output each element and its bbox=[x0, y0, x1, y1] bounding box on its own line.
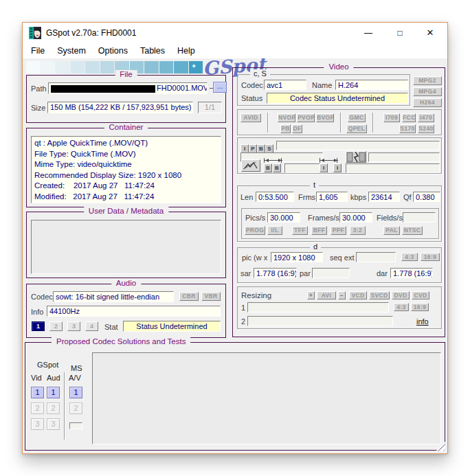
il-badge: I/L bbox=[267, 226, 282, 235]
userdata-group: User Data / Metadata bbox=[26, 212, 226, 278]
audio-codec-field: sowt: 16-bit signed little-endian bbox=[53, 291, 174, 302]
qpel-badge: QPEL bbox=[346, 124, 367, 133]
redacted-path bbox=[51, 85, 155, 93]
d-43-badge: 4:3 bbox=[401, 253, 418, 261]
gspot-aud-test-3-button[interactable]: 3 bbox=[47, 418, 60, 430]
pal-badge: PAL bbox=[383, 226, 400, 235]
ms-av-test-2-button[interactable]: 2 bbox=[69, 403, 82, 414]
par-field bbox=[312, 268, 350, 278]
test-results-box bbox=[92, 352, 441, 444]
frames-label: Frames/s bbox=[308, 214, 339, 222]
rate-box: Pics/s 30.000 Frames/s 30.000 Fields/s P… bbox=[241, 208, 439, 239]
browse-button[interactable]: ... bbox=[213, 82, 227, 93]
info-link[interactable]: info bbox=[416, 317, 429, 326]
audio-group-label: Audio bbox=[111, 279, 141, 287]
len-label: Len bbox=[240, 193, 253, 201]
nvop-badge: NVOP bbox=[278, 113, 295, 122]
resize-vcd-button[interactable]: VCD bbox=[349, 291, 367, 299]
resize-43-button[interactable]: 4:3 bbox=[394, 303, 409, 311]
gspot-aud-test-2-button[interactable]: 2 bbox=[47, 403, 60, 414]
i-spacing-button: I bbox=[320, 163, 328, 172]
page-indicator: 1/1 bbox=[198, 102, 222, 113]
resize-row1-field bbox=[247, 302, 389, 313]
h264-badge: H264 bbox=[413, 98, 442, 107]
gspot-vid-test-1-button[interactable]: 1 bbox=[31, 387, 44, 398]
b-spacing-button-2: B bbox=[273, 163, 281, 172]
audio-group: Audio Codec sowt: 16-bit signed little-e… bbox=[26, 284, 226, 338]
audio-codec-label: Codec bbox=[31, 293, 53, 301]
vid-column-header: Vid bbox=[31, 374, 42, 382]
codec-status-box: c, S Codec avc1 Name H.264 Status Codec … bbox=[237, 74, 410, 106]
audio-track-3-button[interactable]: 3 bbox=[67, 321, 80, 331]
video-status-label: Status bbox=[241, 94, 262, 102]
kbps-field: 23614 bbox=[368, 192, 400, 202]
bvop-badge: BVOP bbox=[316, 113, 334, 122]
flag-divider bbox=[267, 113, 268, 133]
dimensions-box: d pic (w x 1920 x 1080 seq ext 4:3 16:9 … bbox=[237, 247, 442, 283]
prog-badge: PROG bbox=[245, 226, 265, 235]
av-column-header: A/V bbox=[69, 374, 81, 382]
len-field: 0:53.500 bbox=[256, 192, 294, 202]
qf-label: Qf bbox=[403, 193, 412, 201]
gmc-badge: GMC bbox=[348, 113, 366, 122]
resize-svcd-button[interactable]: SVCD bbox=[369, 291, 390, 299]
menu-bar: File System Options Tables Help bbox=[23, 43, 447, 58]
avid-badge: AVID bbox=[240, 113, 261, 122]
s240-badge: S240 bbox=[418, 124, 434, 133]
video-status-field: Codec Status Undetermined bbox=[267, 93, 408, 104]
file-group: File Path FHD0001.MOV ... Size 150 MB (1… bbox=[26, 75, 226, 123]
resize-plus-button[interactable]: + bbox=[307, 291, 315, 299]
path-label: Path bbox=[31, 84, 47, 93]
sar-label: sar bbox=[240, 269, 251, 277]
resize-avi-button[interactable]: AVI bbox=[317, 291, 336, 299]
audio-track-4-button[interactable]: 4 bbox=[85, 321, 98, 331]
frame-field-3 bbox=[368, 152, 440, 162]
audio-track-1-button[interactable]: 1 bbox=[32, 321, 45, 331]
s170-badge: S170 bbox=[399, 124, 416, 133]
ms-column-header: MS bbox=[71, 364, 82, 372]
close-button[interactable]: ✕ bbox=[418, 23, 442, 43]
b-spacing-button: B bbox=[264, 163, 272, 172]
menu-system[interactable]: System bbox=[51, 45, 92, 57]
minimize-button[interactable]: — bbox=[357, 23, 380, 43]
dar-label: dar bbox=[377, 269, 388, 277]
path-field[interactable]: FHD0001.MOV bbox=[48, 82, 208, 94]
app-window: GSpot v2.70a: FHD0001 — □ ✕ File System … bbox=[22, 22, 448, 454]
gspot-column-header: GSpot bbox=[37, 361, 58, 369]
ppf-badge: PPF bbox=[331, 226, 346, 235]
cbr-badge: CBR bbox=[179, 292, 199, 301]
resize-dvd-button[interactable]: DVD bbox=[392, 291, 410, 299]
menu-tables[interactable]: Tables bbox=[134, 45, 171, 57]
df-badge: DF bbox=[292, 124, 302, 133]
menu-help[interactable]: Help bbox=[171, 45, 201, 57]
gspot-vid-test-3-button[interactable]: 3 bbox=[31, 418, 44, 430]
resize-cvd-button[interactable]: CVD bbox=[412, 291, 429, 299]
flag-divider bbox=[372, 113, 373, 133]
userdata-group-label: User Data / Metadata bbox=[84, 207, 168, 215]
fcc-badge: FCC bbox=[402, 113, 416, 122]
seqext-label: seq ext bbox=[330, 253, 354, 262]
resize-169-button[interactable]: 16:9 bbox=[411, 303, 429, 311]
video-name-label: Name bbox=[312, 81, 332, 89]
container-group: Container qt : Apple QuickTime (.MOV/QT)… bbox=[26, 128, 226, 207]
menu-options[interactable]: Options bbox=[92, 45, 134, 57]
size-label: Size bbox=[31, 104, 45, 112]
star-icon bbox=[189, 61, 203, 73]
audio-info-label: Info bbox=[31, 308, 43, 316]
audio-track-2-button[interactable]: 2 bbox=[49, 321, 63, 331]
window-title: GSpot v2.70a: FHD0001 bbox=[46, 28, 136, 38]
qf-field: 0.380 bbox=[413, 192, 440, 202]
app-icon bbox=[29, 27, 41, 39]
gspot-vid-test-2-button[interactable]: 2 bbox=[31, 403, 44, 414]
par-label: par bbox=[300, 269, 311, 277]
pic-field: 1920 x 1080 bbox=[271, 252, 323, 262]
ms-av-test-1-button[interactable]: 1 bbox=[69, 387, 82, 398]
maximize-button[interactable]: □ bbox=[388, 23, 412, 43]
menu-file[interactable]: File bbox=[25, 45, 51, 57]
bitrate-graph-icon[interactable] bbox=[241, 159, 260, 172]
resize-row2-label: 2 bbox=[241, 317, 245, 326]
gspot-aud-test-1-button[interactable]: 1 bbox=[47, 387, 60, 398]
fields-label: Fields/s bbox=[377, 214, 403, 222]
resize-minus-button[interactable]: − bbox=[338, 291, 346, 299]
resize-row1-label: 1 bbox=[241, 304, 245, 312]
